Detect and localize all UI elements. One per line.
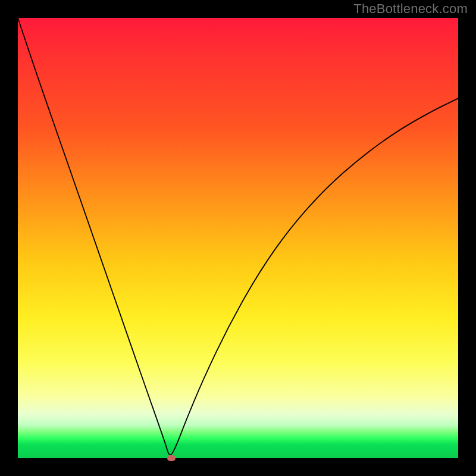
chart-frame: TheBottleneck.com <box>0 0 476 476</box>
bottleneck-curve <box>18 18 458 458</box>
curve-path <box>18 18 458 455</box>
plot-area <box>18 18 458 458</box>
vertex-marker <box>167 455 176 461</box>
watermark-text: TheBottleneck.com <box>353 1 468 17</box>
